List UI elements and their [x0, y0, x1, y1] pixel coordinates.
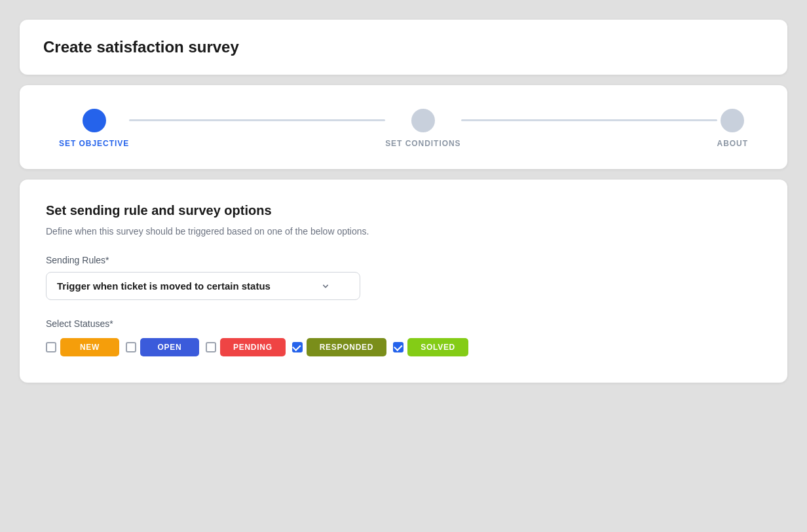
select-statuses-label: Select Statuses* — [46, 318, 761, 329]
content-card: Set sending rule and survey options Defi… — [20, 180, 787, 383]
status-badge-open[interactable]: OPEN — [140, 338, 199, 356]
step-label-2: SET CONDITIONS — [385, 139, 460, 148]
stepper-card: SET OBJECTIVE SET CONDITIONS ABOUT — [20, 85, 787, 169]
title-card: Create satisfaction survey — [20, 20, 787, 75]
status-item-responded: RESPONDED — [292, 338, 387, 356]
section-description: Define when this survey should be trigge… — [46, 226, 761, 237]
status-checkbox-pending[interactable] — [206, 342, 216, 352]
status-item-open: OPEN — [126, 338, 199, 356]
status-badge-new[interactable]: NEW — [60, 338, 119, 356]
status-badge-solved[interactable]: SOLVED — [407, 338, 468, 356]
sending-rules-value: Trigger when ticket is moved to certain … — [57, 280, 271, 292]
stepper: SET OBJECTIVE SET CONDITIONS ABOUT — [59, 109, 748, 148]
step-connector-1 — [129, 119, 385, 121]
step-circle-1 — [83, 109, 106, 132]
status-checkbox-responded[interactable] — [292, 342, 303, 352]
page-title: Create satisfaction survey — [43, 38, 764, 56]
status-item-new: NEW — [46, 338, 119, 356]
sending-rules-select[interactable]: Trigger when ticket is moved to certain … — [46, 272, 360, 300]
step-circle-3 — [721, 109, 744, 132]
status-item-pending: PENDING — [206, 338, 286, 356]
status-badge-responded[interactable]: RESPONDED — [307, 338, 387, 356]
step-circle-2 — [411, 109, 435, 132]
step-set-objective[interactable]: SET OBJECTIVE — [59, 109, 129, 148]
step-set-conditions[interactable]: SET CONDITIONS — [385, 109, 460, 148]
chevron-down-icon — [320, 281, 331, 292]
sending-rules-select-wrapper: Trigger when ticket is moved to certain … — [46, 272, 360, 300]
step-about[interactable]: ABOUT — [717, 109, 748, 148]
step-label-3: ABOUT — [717, 139, 748, 148]
status-item-solved: SOLVED — [393, 338, 468, 356]
step-connector-2 — [461, 119, 717, 121]
step-label-1: SET OBJECTIVE — [59, 139, 129, 148]
section-title: Set sending rule and survey options — [46, 203, 761, 218]
statuses-row: NEW OPEN PENDING RESPONDED SOLVED — [46, 338, 761, 356]
sending-rules-label: Sending Rules* — [46, 255, 761, 265]
status-badge-pending[interactable]: PENDING — [220, 338, 286, 356]
status-checkbox-solved[interactable] — [393, 342, 404, 352]
status-checkbox-open[interactable] — [126, 342, 136, 352]
status-checkbox-new[interactable] — [46, 342, 56, 352]
